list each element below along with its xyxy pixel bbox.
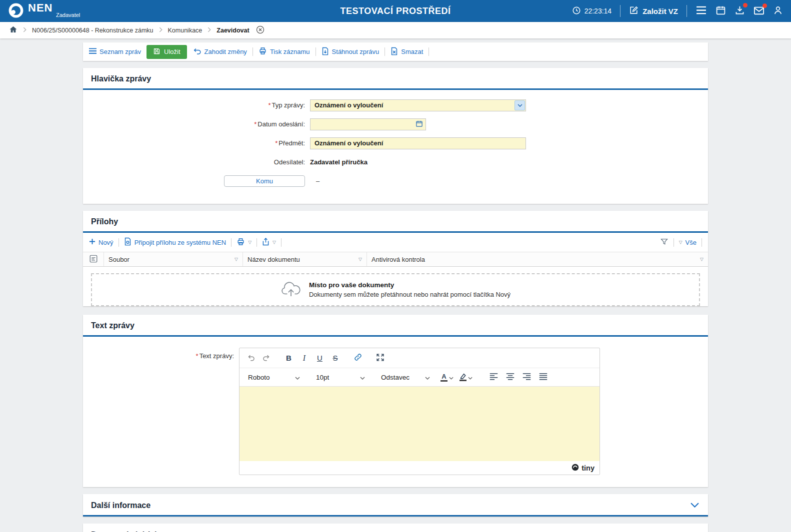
font-size-select[interactable]: 10pt: [312, 370, 368, 385]
attachments-toolbar: Nový Připojit přílohu ze systému NEN ▽ ▽: [83, 233, 708, 252]
close-icon: [256, 25, 264, 35]
calendar-button[interactable]: [716, 5, 726, 17]
section-title: Přílohy: [91, 217, 118, 226]
column-header-nazev: Název dokumentu ▽: [243, 252, 367, 266]
expand-section-button[interactable]: [690, 501, 700, 510]
filter-triangle-icon[interactable]: ▽: [358, 257, 362, 262]
calendar-icon: [416, 120, 423, 129]
filter-triangle-icon[interactable]: ▽: [700, 257, 704, 262]
top-header: NEN Zadavatel TESTOVACÍ PROSTŘEDÍ 22:23:…: [0, 0, 791, 22]
view-filter-select[interactable]: ▽ Vše: [679, 239, 696, 246]
italic-button[interactable]: I: [297, 351, 312, 365]
home-button[interactable]: [9, 25, 18, 35]
dropdown-triangle-icon: ▽: [272, 240, 276, 245]
section-header: Přílohy: [83, 211, 708, 233]
cloud-upload-icon: [280, 281, 302, 299]
divider: [674, 238, 674, 247]
print-record-button[interactable]: Tisk záznamu: [258, 47, 310, 56]
nen-logo[interactable]: NEN Zadavatel: [8, 2, 80, 20]
align-center-icon: [506, 373, 514, 382]
message-list-button[interactable]: Seznam zpráv: [89, 48, 141, 55]
server-time: 22:23:14: [572, 6, 612, 16]
message-header-section: Hlavička zprávy *Typ zprávy: Oznámení o …: [83, 68, 708, 204]
list-icon: [89, 48, 96, 55]
recipient-button[interactable]: Komu: [224, 175, 305, 187]
discard-changes-button[interactable]: Zahodit změny: [192, 47, 247, 56]
message-type-select[interactable]: Oznámení o vyloučení: [310, 99, 526, 111]
close-tab-button[interactable]: [256, 25, 264, 35]
form-row-datum: *Datum odeslání:: [91, 118, 700, 130]
date-picker-button[interactable]: [416, 120, 426, 129]
download-message-button[interactable]: Stáhnout zprávu: [322, 47, 380, 57]
subject-input[interactable]: [310, 137, 526, 149]
editor-redo-button[interactable]: [259, 351, 274, 365]
section-header[interactable]: Další informace: [83, 494, 708, 517]
paragraph-format-select[interactable]: Odstavec: [378, 370, 434, 385]
editor-undo-button[interactable]: [244, 351, 258, 365]
editor-statusbar: tiny: [240, 461, 600, 475]
export-attachments-button[interactable]: ▽: [262, 238, 276, 247]
divider: [702, 238, 702, 247]
user-button[interactable]: [773, 5, 783, 17]
breadcrumb-item-procurement[interactable]: N006/25/S00000648 - Rekonstrukce zámku: [32, 27, 154, 34]
create-vz-button[interactable]: Založit VZ: [629, 5, 678, 16]
form-row-odesilatel: Odesílatel: Zadavatel příručka: [91, 156, 700, 168]
print-attachments-button[interactable]: ▽: [236, 238, 252, 247]
richtext-editor: B I U S Roboto: [239, 348, 600, 475]
field-label: Odesílatel:: [91, 158, 310, 166]
file-dropzone[interactable]: Místo pro vaše dokumenty Dokumenty sem m…: [91, 273, 700, 306]
required-marker: *: [196, 352, 198, 360]
printer-icon: [236, 238, 245, 247]
section-header: Hlavička zprávy: [83, 68, 708, 90]
divider: [686, 5, 687, 17]
calendar-icon: [716, 5, 726, 17]
align-left-button[interactable]: [486, 370, 501, 385]
divider: [256, 238, 257, 247]
accompanying-data-section: Doprovodné údaje: [83, 524, 708, 532]
form-row-typ-zpravy: *Typ zprávy: Oznámení o vyloučení: [91, 99, 700, 111]
send-date-input[interactable]: [310, 119, 416, 130]
fullscreen-button[interactable]: [373, 351, 388, 365]
bold-button[interactable]: B: [282, 351, 296, 365]
section-title: Hlavička zprávy: [91, 74, 151, 83]
highlight-icon: [460, 373, 466, 381]
time-value: 22:23:14: [584, 7, 612, 15]
column-header-antivir: Antivirová kontrola ▽: [367, 252, 708, 266]
link-icon: [354, 353, 362, 363]
menu-button[interactable]: [696, 6, 707, 16]
section-header[interactable]: Doprovodné údaje: [83, 524, 708, 532]
section-title: Další informace: [91, 501, 150, 510]
chevron-down-icon[interactable]: [514, 100, 525, 110]
form-row-komu: Komu –: [91, 175, 700, 187]
document-attach-icon: [124, 237, 132, 247]
field-label: *Datum odeslání:: [91, 120, 310, 128]
align-left-icon: [490, 373, 498, 382]
message-text-input[interactable]: [240, 386, 600, 461]
new-attachment-button[interactable]: Nový: [89, 238, 114, 246]
expand-section-button[interactable]: [690, 530, 700, 532]
highlight-color-button[interactable]: [460, 373, 472, 381]
filter-triangle-icon[interactable]: ▽: [234, 257, 238, 262]
messages-button[interactable]: [754, 5, 764, 17]
save-button[interactable]: Uložit: [146, 45, 187, 59]
delete-button[interactable]: Smazat: [390, 47, 423, 57]
strikethrough-button[interactable]: S: [328, 351, 342, 365]
column-settings-button[interactable]: [83, 252, 104, 266]
downloads-button[interactable]: [734, 5, 745, 17]
actions-toolbar: Seznam zpráv Uložit Zahodit změny Tisk z…: [83, 42, 708, 61]
breadcrumb-item-komunikace[interactable]: Komunikace: [168, 27, 202, 34]
align-center-button[interactable]: [503, 370, 518, 385]
link-button[interactable]: [350, 351, 365, 365]
dropzone-subtitle: Dokumenty sem můžete přetáhnout nebo nah…: [309, 291, 510, 298]
underline-button[interactable]: U: [312, 351, 327, 365]
notification-badge: [762, 3, 767, 8]
text-color-button[interactable]: A: [440, 373, 454, 382]
align-right-button[interactable]: [520, 370, 534, 385]
attachments-table-header: Soubor ▽ Název dokumentu ▽ Antivirová ko…: [83, 252, 708, 267]
align-justify-button[interactable]: [536, 370, 550, 385]
font-family-select[interactable]: Roboto: [244, 370, 304, 385]
attach-from-nen-button[interactable]: Připojit přílohu ze systému NEN: [124, 237, 226, 247]
filter-button[interactable]: [660, 238, 668, 247]
required-marker: *: [268, 101, 270, 109]
section-title: Text zprávy: [91, 321, 134, 330]
